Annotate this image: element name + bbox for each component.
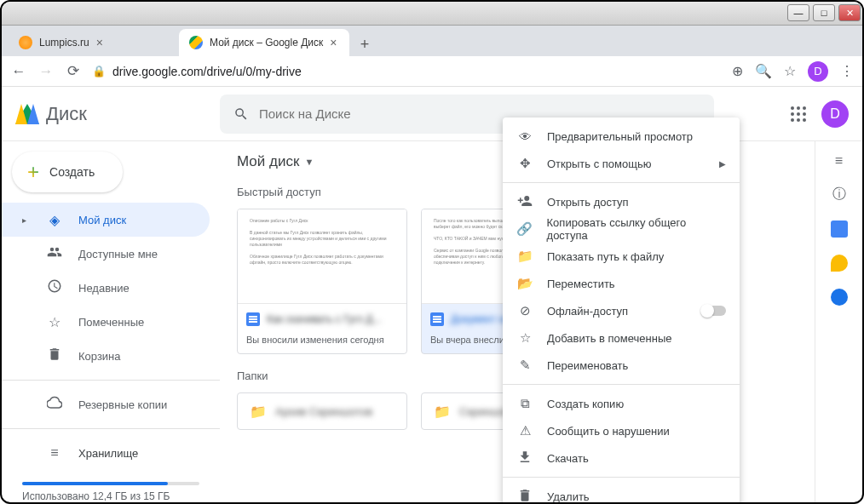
sidebar-item-label: Хранилище [78,447,138,460]
account-avatar[interactable]: D [821,100,849,128]
chevron-right-icon: ▶ [719,159,726,169]
ctx-star[interactable]: ☆Добавить в помеченные [503,324,740,352]
create-button[interactable]: + Создать [12,152,123,192]
sidebar-item-backups[interactable]: Резервные копии [2,387,210,421]
docs-icon [246,312,260,326]
people-icon [46,244,63,263]
chevron-down-icon: ▼ [304,157,314,167]
move-icon: ✥ [516,156,533,171]
card-subtitle: Вы вносили изменения сегодня [238,335,406,353]
tab-title: Lumpics.ru [39,37,89,49]
ctx-delete[interactable]: Удалить [503,483,740,504]
sidebar-item-label: Резервные копии [78,398,167,411]
eye-icon: 👁 [516,129,533,144]
sidebar-item-label: Корзина [78,350,121,363]
sidebar-item-shared[interactable]: Доступные мне [2,237,210,271]
doc-preview: Описание работы с Гугл ДискВ данной стат… [238,209,406,303]
lock-icon: 🔒 [92,65,106,77]
folder-icon: 📁 [250,404,267,420]
breadcrumb-label: Мой диск [237,153,299,170]
browser-tab[interactable]: Мой диск – Google Диск × [179,29,349,56]
url-box[interactable]: 🔒 drive.google.com/drive/u/0/my-drive [92,65,722,78]
storage-icon: ≡ [46,445,63,461]
tasks-icon[interactable] [831,289,848,306]
bookmark-icon[interactable]: ☆ [784,63,796,79]
quick-access-card[interactable]: Описание работы с Гугл ДискВ данной стат… [237,209,407,354]
copy-icon: ⧉ [516,396,533,411]
drive-logo-text: Диск [46,103,87,125]
tab-close-icon[interactable]: × [96,36,103,49]
ctx-offline[interactable]: ⊘Офлайн-доступ [503,297,740,324]
drive-logo[interactable]: Диск [15,103,220,125]
folder-icon: 📁 [516,249,533,264]
ctx-download[interactable]: Скачать [503,444,740,472]
ctx-get-link[interactable]: 🔗Копировать ссылку общего доступа [503,215,740,243]
window-titlebar: — □ ✕ [2,2,862,26]
reload-icon[interactable]: ⟳ [65,62,82,80]
sidebar-item-storage[interactable]: ≡ Хранилище [2,436,210,470]
tab-close-icon[interactable]: × [330,36,337,49]
chevron-right-icon: ▸ [22,215,31,225]
new-tab-button[interactable]: + [353,32,377,56]
sidebar-item-trash[interactable]: Корзина [2,339,210,373]
ctx-report[interactable]: ⚠Сообщить о нарушении [503,417,740,444]
ctx-show-path[interactable]: 📁Показать путь к файлу [503,243,740,270]
storage-section: Использовано 12,4 ГБ из 15 ГБ [2,470,220,504]
forward-icon: → [37,63,55,80]
list-view-icon[interactable]: ≡ [835,153,843,169]
info-icon[interactable]: ⓘ [832,186,846,203]
ctx-move[interactable]: 📂Переместить [503,270,740,297]
drive-icon: ◈ [46,212,63,228]
window-maximize-button[interactable]: □ [813,4,835,21]
window-minimize-button[interactable]: — [787,4,809,21]
ctx-preview[interactable]: 👁Предварительный просмотр [503,123,740,150]
trash-icon [46,346,63,365]
browser-tabs: Lumpics.ru × Мой диск – Google Диск × + [2,26,862,56]
storage-bar [22,482,199,485]
right-rail: ≡ ⓘ [815,141,862,502]
download-icon [516,450,533,467]
sidebar-item-label: Доступные мне [78,248,158,261]
context-menu: 👁Предварительный просмотр ✥Открыть с пом… [503,117,740,504]
favicon-drive-icon [189,36,203,49]
storage-text: Использовано 12,4 ГБ из 15 ГБ [22,490,199,502]
window-close-button[interactable]: ✕ [838,4,861,21]
browser-tab[interactable]: Lumpics.ru × [9,29,179,56]
sidebar-item-starred[interactable]: ☆ Помеченные [2,305,210,339]
sidebar: + Создать ▸ ◈ Мой диск Доступные мне Нед… [2,141,220,502]
folder-item[interactable]: 📁 Архив Скриншотов [237,392,407,430]
move-to-icon: 📂 [516,276,533,291]
trash-icon [516,488,533,505]
tab-title: Мой диск – Google Диск [210,37,323,49]
card-title: Как скачивать с Гугл Д... [267,313,381,325]
ctx-open-with[interactable]: ✥Открыть с помощью▶ [503,150,740,177]
toggle-switch[interactable] [702,306,726,316]
star-icon: ☆ [516,330,533,346]
folder-icon: 📁 [434,404,451,420]
drive-logo-icon [15,104,39,124]
ctx-copy[interactable]: ⧉Создать копию [503,390,740,417]
create-label: Создать [49,165,95,179]
sidebar-item-recent[interactable]: Недавние [2,271,210,305]
ctx-rename[interactable]: ✎Переименовать [503,352,740,379]
url-text: drive.google.com/drive/u/0/my-drive [112,65,302,78]
back-icon[interactable]: ← [10,63,27,80]
report-icon: ⚠ [516,423,533,438]
link-icon: 🔗 [516,221,533,237]
search-page-icon[interactable]: 🔍 [755,63,772,79]
apps-grid-icon[interactable] [791,106,806,122]
menu-icon[interactable]: ⋮ [840,63,854,79]
backup-icon [46,395,63,414]
keep-icon[interactable] [831,255,848,272]
favicon-lumpics-icon [19,36,32,49]
calendar-icon[interactable] [831,220,848,238]
person-add-icon [516,193,533,211]
sidebar-item-mydrive[interactable]: ▸ ◈ Мой диск [2,203,210,237]
ctx-share[interactable]: Открыть доступ [503,188,740,215]
star-icon: ☆ [46,314,63,330]
profile-avatar[interactable]: D [808,61,828,82]
edit-icon: ✎ [516,358,533,373]
sidebar-item-label: Помеченные [78,316,144,329]
zoom-icon[interactable]: ⊕ [732,63,743,79]
search-icon [233,106,249,122]
